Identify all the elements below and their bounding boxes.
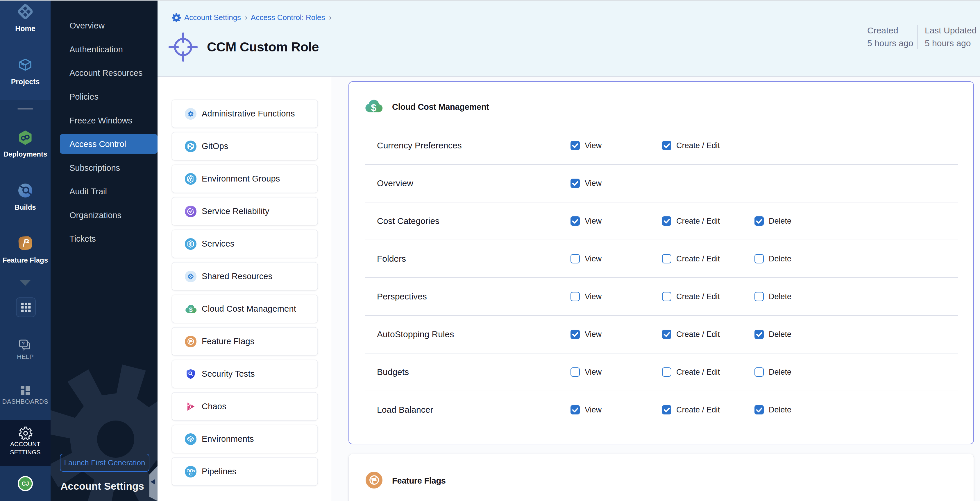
- svg-text:?: ?: [22, 341, 25, 346]
- svg-text:$: $: [371, 102, 376, 113]
- svg-text:$: $: [189, 306, 192, 313]
